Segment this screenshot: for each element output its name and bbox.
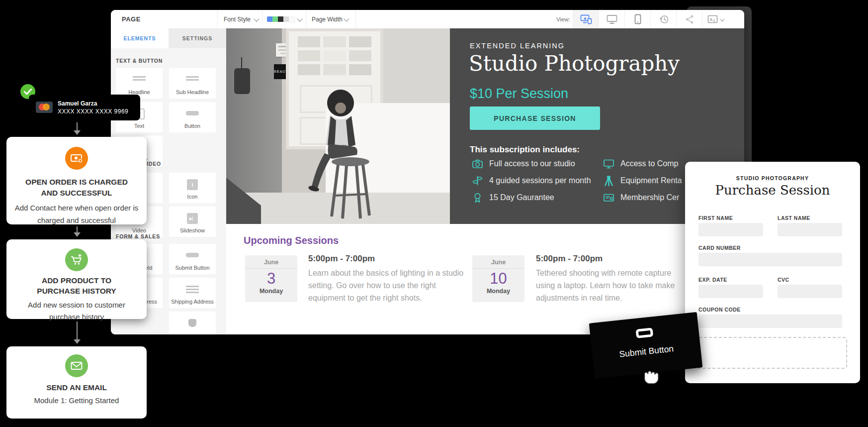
step-description: Add Contact here when open order is char… [14,202,139,226]
monitor-icon [603,158,614,169]
session-weekday: Monday [245,288,297,295]
session-description: Learn about the basics of lighting in a … [308,267,475,304]
card-number-masked: XXXX XXXX XXXX 9969 [58,108,128,115]
responsive-view-button[interactable] [573,10,599,28]
element-tile-sub-headline[interactable]: Sub Headline [169,68,216,99]
mobile-view-icon [634,14,641,24]
hero-title: Studio Photography [469,51,680,76]
signpost-icon [472,175,483,186]
cvc-input[interactable] [778,285,842,298]
include-item: Membership Cer [603,192,679,203]
photo-hanging-bag [234,68,250,94]
element-tile-headline[interactable]: Headline [116,68,163,99]
session-weekday: Monday [472,288,524,295]
tab-elements[interactable]: ELEMENTS [111,28,169,48]
hero-photo: BEAUTIFUL [226,28,450,224]
credit-card-icon [36,102,53,113]
grab-cursor-icon [640,366,660,386]
tab-settings[interactable]: SETTINGS [169,28,226,48]
element-tile-submit-button[interactable]: Submit Button [169,244,216,274]
workflow-step-send-email[interactable]: SEND AN EMAIL Module 1: Getting Started [6,346,147,419]
svg-text:A: A [709,17,712,22]
payment-captured-badge[interactable]: Samuel Garza XXXX XXXX XXXX 9969 [29,95,140,120]
desktop-view-icon [607,14,617,24]
version-history-button[interactable] [650,10,677,28]
submit-button-drop-zone[interactable] [696,337,847,369]
divider [355,10,356,28]
ribbon-icon [472,192,483,203]
element-icon [188,319,196,327]
page-width-label: Page Width [312,16,343,23]
include-item: Full access to our studio [472,158,575,169]
include-item: Access to Comp [603,158,678,169]
tab-elements-label: ELEMENTS [123,35,156,41]
color-swatch-green [272,16,278,22]
element-tile-icon[interactable]: i Icon [169,173,216,203]
submit-button-icon [636,327,654,338]
icon-element-icon: i [187,179,198,190]
ab-test-dropdown[interactable]: A B [702,10,728,28]
session-month: June [245,255,297,269]
connector-line [77,321,78,339]
tripod-icon [603,175,614,186]
font-style-dropdown[interactable]: Font Style [224,10,262,28]
view-label: View: [556,16,570,22]
color-swatch-gray [283,16,289,22]
mobile-view-button[interactable] [624,10,651,28]
purchase-form-card: STUDIO PHOTOGRAPHY Purchase Session FIRS… [685,162,860,383]
color-palette-dropdown[interactable] [267,10,301,28]
form-title: Purchase Session [685,183,860,198]
exp-date-label: EXP. DATE [698,277,727,283]
page-width-dropdown[interactable]: Page Width [312,10,349,28]
card-number-input[interactable] [698,253,842,266]
sessions-heading: Upcoming Sessions [244,235,339,246]
session-date-card: June 3 Monday [245,255,297,302]
drag-tile-label: Submit Button [592,341,701,363]
session-day: 10 [472,269,524,288]
color-swatch-black [278,16,283,22]
submit-button-icon [186,253,199,257]
include-item: 4 guided sessions per month [472,175,591,186]
form-brand: STUDIO PHOTOGRAPHY [685,175,860,181]
element-tile-partial[interactable] [169,312,216,334]
chevron-down-icon [720,17,724,21]
step-title: OPEN ORDER IS CHARGEDAND SUCCESSFUL [6,177,147,199]
divider [217,10,218,28]
workflow-step-add-product[interactable]: ADD PRODUCT TOPURCHASE HISTORY Add new s… [6,239,147,319]
workflow-step-charged-order[interactable]: OPEN ORDER IS CHARGEDAND SUCCESSFUL Add … [6,137,147,224]
button-icon [186,111,199,115]
camera-icon [472,158,483,169]
include-item: 15 Day Gaurantee [472,192,554,203]
step-title: SEND AN EMAIL [6,382,147,393]
coupon-code-label: COUPON CODE [698,307,741,313]
coupon-code-input[interactable] [698,315,842,328]
chevron-down-icon [297,16,302,21]
desktop-view-button[interactable] [599,10,625,28]
element-tile-shipping-address[interactable]: Shipping Address [169,278,216,308]
session-day: 3 [245,269,297,288]
element-tile-slideshow[interactable]: ▶▏ Slideshow [169,207,216,237]
hero-eyebrow: EXTENDED LEARNING [470,42,565,50]
share-button[interactable] [676,10,702,28]
element-tile-button[interactable]: Button [169,102,216,132]
card-number-label: CARD NUMBER [698,245,741,251]
chevron-down-icon [254,16,259,21]
section-label-text-button: TEXT & BUTTON [116,58,163,64]
exp-date-input[interactable] [698,285,763,298]
session-details: 5:00pm - 7:00pm Learn about the basics o… [308,254,475,304]
session-description: Tethered shooting with remote capture us… [536,267,691,304]
charged-order-icon [65,147,88,170]
last-name-input[interactable] [778,223,842,236]
include-item: Equipment Renta [603,175,682,186]
session-details: 5:00pm - 7:00pm Tethered shooting with r… [536,254,691,304]
first-name-input[interactable] [698,223,763,236]
chevron-down-icon [344,16,349,21]
svg-text:B: B [713,18,715,22]
marketing-composite: PAGE Font Style Page Width View: [0,0,868,427]
connector-line [77,122,78,130]
includes-title: This subscription includes: [470,145,580,155]
slideshow-icon: ▶▏ [187,213,198,224]
tab-settings-label: SETTINGS [182,35,213,41]
customer-name: Samuel Garza [58,100,97,107]
purchase-session-button[interactable]: PURCHASE SESSION [470,107,600,130]
